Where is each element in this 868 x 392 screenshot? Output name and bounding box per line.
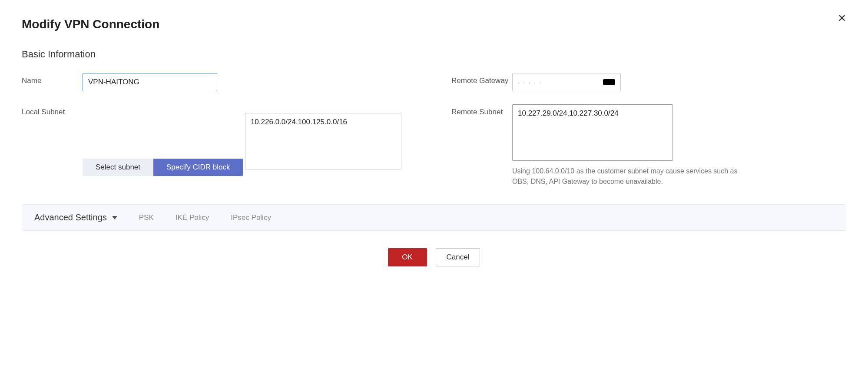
ok-button[interactable]: OK [388,248,427,266]
remote-gateway-input[interactable]: · · · · · [512,73,621,91]
name-label: Name [22,73,83,85]
close-icon: ✕ [838,12,846,24]
redacted-icon [603,79,615,85]
remote-gateway-row: Remote Gateway · · · · · [451,73,846,91]
advanced-settings-bar: Advanced Settings PSK IKE Policy IPsec P… [22,204,846,231]
remote-gateway-label: Remote Gateway [451,73,512,85]
remote-subnet-row: Remote Subnet Using 100.64.0.0/10 as the… [451,104,846,187]
dialog-title: Modify VPN Connection [22,17,846,31]
section-title: Basic Information [22,49,846,60]
specify-cidr-button[interactable]: Specify CIDR block [153,159,243,176]
advanced-psk: PSK [139,213,154,222]
advanced-ipsec: IPsec Policy [231,213,271,222]
button-row: OK Cancel [22,248,846,266]
cancel-button[interactable]: Cancel [436,248,480,266]
advanced-settings-toggle[interactable]: Advanced Settings [34,213,117,223]
local-subnet-label: Local Subnet [22,104,83,116]
advanced-settings-label: Advanced Settings [34,213,107,223]
name-input[interactable] [83,73,217,91]
select-subnet-button[interactable]: Select subnet [83,159,153,176]
remote-subnet-textarea[interactable] [512,104,673,161]
local-subnet-textarea[interactable] [245,113,401,169]
chevron-down-icon [112,216,117,219]
local-subnet-row: Local Subnet Select subnet Specify CIDR … [22,104,417,187]
remote-gateway-masked: · · · · · [518,79,603,86]
remote-subnet-label: Remote Subnet [451,104,512,116]
local-subnet-toggle: Select subnet Specify CIDR block [83,159,243,176]
remote-subnet-helper: Using 100.64.0.0/10 as the customer subn… [512,166,747,187]
advanced-ike: IKE Policy [176,213,209,222]
name-row: Name [22,73,417,91]
close-button[interactable]: ✕ [838,13,846,23]
